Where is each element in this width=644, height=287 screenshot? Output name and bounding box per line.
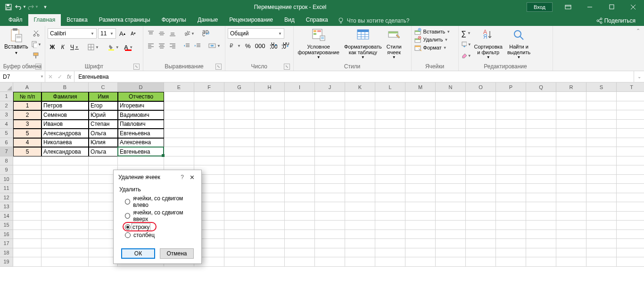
- cell[interactable]: [224, 212, 255, 221]
- data-cell[interactable]: Егор: [89, 101, 118, 111]
- cell[interactable]: [41, 221, 89, 230]
- cell[interactable]: [315, 230, 345, 239]
- cell[interactable]: [224, 120, 255, 129]
- cell[interactable]: [375, 110, 405, 120]
- cell[interactable]: [405, 147, 436, 156]
- cell[interactable]: [13, 248, 41, 258]
- cell[interactable]: [526, 120, 556, 129]
- number-dialog-launcher[interactable]: ⤡: [284, 64, 290, 70]
- cell[interactable]: [586, 257, 617, 267]
- accounting-icon[interactable]: ₽▼: [228, 41, 243, 51]
- cell[interactable]: [345, 239, 375, 248]
- font-name-combo[interactable]: Calibri▼: [48, 28, 97, 39]
- formula-input[interactable]: Евгеньевна: [74, 71, 634, 82]
- cell[interactable]: [224, 147, 255, 156]
- font-size-combo[interactable]: 11▼: [98, 28, 116, 39]
- fx-icon[interactable]: fx: [67, 74, 71, 80]
- align-left-icon[interactable]: [146, 41, 156, 51]
- cell[interactable]: [13, 257, 41, 267]
- cell[interactable]: [617, 165, 644, 175]
- cell[interactable]: [436, 248, 466, 258]
- cell[interactable]: [164, 129, 194, 138]
- cell[interactable]: [617, 248, 644, 258]
- cell[interactable]: [285, 184, 315, 193]
- cell[interactable]: [224, 230, 255, 239]
- cell[interactable]: [496, 175, 526, 184]
- cell[interactable]: [556, 202, 586, 212]
- align-top-icon[interactable]: [146, 28, 156, 39]
- cell[interactable]: [436, 221, 466, 230]
- data-cell[interactable]: Александрова: [41, 147, 89, 156]
- cell[interactable]: [436, 156, 466, 166]
- cell[interactable]: [255, 239, 285, 248]
- cell[interactable]: [405, 120, 436, 129]
- italic-button[interactable]: К: [58, 42, 67, 52]
- column-header-H[interactable]: H: [255, 82, 285, 92]
- autosum-icon[interactable]: ∑▼: [461, 28, 471, 38]
- cell[interactable]: [285, 202, 315, 212]
- cell[interactable]: [496, 156, 526, 166]
- cell[interactable]: [556, 175, 586, 184]
- cell[interactable]: [375, 175, 405, 184]
- number-format-combo[interactable]: Общий▼: [228, 28, 284, 39]
- cell[interactable]: [526, 202, 556, 212]
- column-header-A[interactable]: A: [13, 82, 41, 92]
- cell[interactable]: [526, 147, 556, 156]
- cell[interactable]: [285, 147, 315, 156]
- cell[interactable]: [375, 101, 405, 111]
- row-header-18[interactable]: 18: [0, 248, 13, 258]
- data-cell[interactable]: Александрова: [41, 129, 89, 138]
- tab-formulas[interactable]: Формулы: [156, 14, 192, 26]
- cell[interactable]: [556, 129, 586, 138]
- cell[interactable]: [466, 202, 496, 212]
- column-header-L[interactable]: L: [375, 82, 405, 92]
- cell[interactable]: [375, 193, 405, 203]
- tellme-search[interactable]: Что вы хотите сделать?: [334, 16, 413, 26]
- cell[interactable]: [405, 129, 436, 138]
- column-header-M[interactable]: M: [405, 82, 436, 92]
- cell[interactable]: [436, 212, 466, 221]
- cell[interactable]: [345, 193, 375, 203]
- cell[interactable]: [586, 248, 617, 258]
- cell[interactable]: [194, 120, 224, 129]
- column-header-P[interactable]: P: [496, 82, 526, 92]
- dialog-help-icon[interactable]: ?: [177, 174, 188, 180]
- cell[interactable]: [496, 120, 526, 129]
- cell[interactable]: [375, 184, 405, 193]
- tab-insert[interactable]: Вставка: [61, 14, 93, 26]
- cell[interactable]: [436, 147, 466, 156]
- cell[interactable]: [556, 212, 586, 221]
- cell[interactable]: [345, 156, 375, 166]
- cell[interactable]: [617, 202, 644, 212]
- cell[interactable]: [526, 257, 556, 267]
- cell[interactable]: [556, 248, 586, 258]
- cell[interactable]: [375, 212, 405, 221]
- cell[interactable]: [526, 110, 556, 120]
- borders-icon[interactable]: ▼: [86, 42, 101, 52]
- cell[interactable]: [586, 212, 617, 221]
- cell[interactable]: [466, 92, 496, 101]
- tab-view[interactable]: Вид: [279, 14, 300, 26]
- cell[interactable]: [164, 110, 194, 120]
- row-header-14[interactable]: 14: [0, 212, 13, 221]
- column-header-R[interactable]: R: [556, 82, 586, 92]
- cell[interactable]: [89, 156, 118, 166]
- cell[interactable]: [556, 156, 586, 166]
- cell[interactable]: [285, 193, 315, 203]
- cell[interactable]: [436, 129, 466, 138]
- cell[interactable]: [345, 248, 375, 258]
- cell[interactable]: [345, 175, 375, 184]
- cell[interactable]: [466, 129, 496, 138]
- align-middle-icon[interactable]: [157, 28, 167, 39]
- decrease-indent-icon[interactable]: [182, 41, 192, 51]
- cell[interactable]: [405, 138, 436, 148]
- cell[interactable]: [345, 184, 375, 193]
- align-bottom-icon[interactable]: [167, 28, 178, 39]
- cell[interactable]: [315, 110, 345, 120]
- cell[interactable]: [405, 175, 436, 184]
- cell[interactable]: [586, 202, 617, 212]
- row-header-19[interactable]: 19: [0, 257, 13, 267]
- fill-color-icon[interactable]: ▼: [106, 42, 121, 52]
- wrap-text-icon[interactable]: abc: [200, 28, 212, 39]
- data-cell[interactable]: Иванов: [41, 120, 89, 129]
